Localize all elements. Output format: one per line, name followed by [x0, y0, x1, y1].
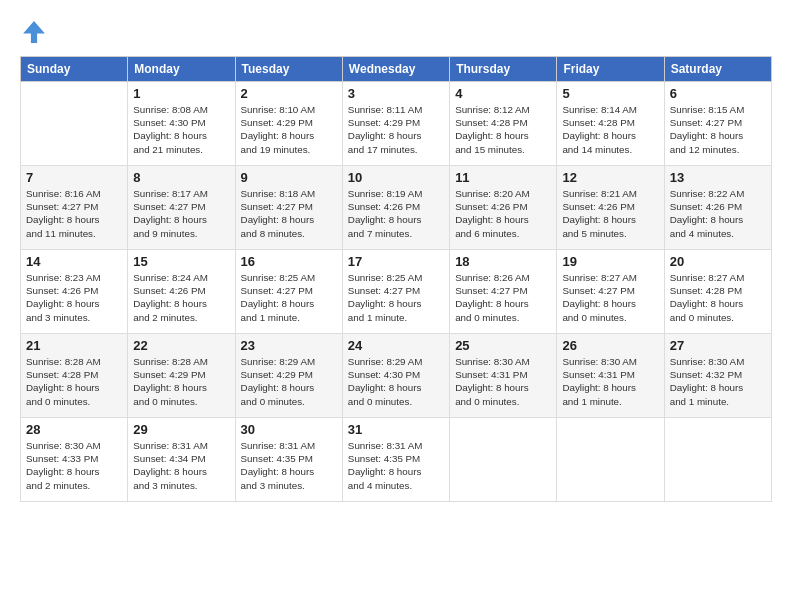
calendar-cell [664, 418, 771, 502]
svg-marker-0 [23, 21, 45, 43]
day-number: 1 [133, 86, 229, 101]
calendar-cell: 12Sunrise: 8:21 AM Sunset: 4:26 PM Dayli… [557, 166, 664, 250]
day-number: 6 [670, 86, 766, 101]
calendar-cell: 30Sunrise: 8:31 AM Sunset: 4:35 PM Dayli… [235, 418, 342, 502]
calendar-cell: 20Sunrise: 8:27 AM Sunset: 4:28 PM Dayli… [664, 250, 771, 334]
day-info: Sunrise: 8:30 AM Sunset: 4:33 PM Dayligh… [26, 439, 122, 492]
calendar-cell: 31Sunrise: 8:31 AM Sunset: 4:35 PM Dayli… [342, 418, 449, 502]
calendar-week-3: 14Sunrise: 8:23 AM Sunset: 4:26 PM Dayli… [21, 250, 772, 334]
weekday-header-thursday: Thursday [450, 57, 557, 82]
day-info: Sunrise: 8:24 AM Sunset: 4:26 PM Dayligh… [133, 271, 229, 324]
day-number: 4 [455, 86, 551, 101]
calendar-cell: 3Sunrise: 8:11 AM Sunset: 4:29 PM Daylig… [342, 82, 449, 166]
day-number: 13 [670, 170, 766, 185]
day-info: Sunrise: 8:29 AM Sunset: 4:29 PM Dayligh… [241, 355, 337, 408]
calendar-cell: 21Sunrise: 8:28 AM Sunset: 4:28 PM Dayli… [21, 334, 128, 418]
day-info: Sunrise: 8:27 AM Sunset: 4:27 PM Dayligh… [562, 271, 658, 324]
day-info: Sunrise: 8:15 AM Sunset: 4:27 PM Dayligh… [670, 103, 766, 156]
calendar-cell: 10Sunrise: 8:19 AM Sunset: 4:26 PM Dayli… [342, 166, 449, 250]
day-number: 29 [133, 422, 229, 437]
day-number: 22 [133, 338, 229, 353]
calendar-cell: 27Sunrise: 8:30 AM Sunset: 4:32 PM Dayli… [664, 334, 771, 418]
day-number: 27 [670, 338, 766, 353]
calendar-cell: 5Sunrise: 8:14 AM Sunset: 4:28 PM Daylig… [557, 82, 664, 166]
weekday-header-wednesday: Wednesday [342, 57, 449, 82]
weekday-row: SundayMondayTuesdayWednesdayThursdayFrid… [21, 57, 772, 82]
calendar-cell: 6Sunrise: 8:15 AM Sunset: 4:27 PM Daylig… [664, 82, 771, 166]
day-number: 7 [26, 170, 122, 185]
day-info: Sunrise: 8:12 AM Sunset: 4:28 PM Dayligh… [455, 103, 551, 156]
calendar-cell: 16Sunrise: 8:25 AM Sunset: 4:27 PM Dayli… [235, 250, 342, 334]
calendar-cell: 4Sunrise: 8:12 AM Sunset: 4:28 PM Daylig… [450, 82, 557, 166]
day-number: 8 [133, 170, 229, 185]
day-number: 14 [26, 254, 122, 269]
weekday-header-monday: Monday [128, 57, 235, 82]
calendar-cell [21, 82, 128, 166]
day-info: Sunrise: 8:30 AM Sunset: 4:31 PM Dayligh… [455, 355, 551, 408]
calendar-cell: 2Sunrise: 8:10 AM Sunset: 4:29 PM Daylig… [235, 82, 342, 166]
day-info: Sunrise: 8:08 AM Sunset: 4:30 PM Dayligh… [133, 103, 229, 156]
calendar-cell: 25Sunrise: 8:30 AM Sunset: 4:31 PM Dayli… [450, 334, 557, 418]
calendar-cell: 1Sunrise: 8:08 AM Sunset: 4:30 PM Daylig… [128, 82, 235, 166]
calendar-cell: 7Sunrise: 8:16 AM Sunset: 4:27 PM Daylig… [21, 166, 128, 250]
day-info: Sunrise: 8:26 AM Sunset: 4:27 PM Dayligh… [455, 271, 551, 324]
day-info: Sunrise: 8:20 AM Sunset: 4:26 PM Dayligh… [455, 187, 551, 240]
day-number: 31 [348, 422, 444, 437]
weekday-header-friday: Friday [557, 57, 664, 82]
calendar-cell: 24Sunrise: 8:29 AM Sunset: 4:30 PM Dayli… [342, 334, 449, 418]
day-number: 24 [348, 338, 444, 353]
calendar-cell: 19Sunrise: 8:27 AM Sunset: 4:27 PM Dayli… [557, 250, 664, 334]
calendar-table: SundayMondayTuesdayWednesdayThursdayFrid… [20, 56, 772, 502]
day-number: 10 [348, 170, 444, 185]
calendar-cell: 14Sunrise: 8:23 AM Sunset: 4:26 PM Dayli… [21, 250, 128, 334]
day-info: Sunrise: 8:11 AM Sunset: 4:29 PM Dayligh… [348, 103, 444, 156]
day-info: Sunrise: 8:17 AM Sunset: 4:27 PM Dayligh… [133, 187, 229, 240]
day-number: 19 [562, 254, 658, 269]
calendar-cell: 28Sunrise: 8:30 AM Sunset: 4:33 PM Dayli… [21, 418, 128, 502]
day-info: Sunrise: 8:27 AM Sunset: 4:28 PM Dayligh… [670, 271, 766, 324]
page: SundayMondayTuesdayWednesdayThursdayFrid… [0, 0, 792, 612]
calendar-cell: 9Sunrise: 8:18 AM Sunset: 4:27 PM Daylig… [235, 166, 342, 250]
day-number: 30 [241, 422, 337, 437]
day-info: Sunrise: 8:16 AM Sunset: 4:27 PM Dayligh… [26, 187, 122, 240]
weekday-header-tuesday: Tuesday [235, 57, 342, 82]
calendar-cell [557, 418, 664, 502]
calendar-cell: 8Sunrise: 8:17 AM Sunset: 4:27 PM Daylig… [128, 166, 235, 250]
weekday-header-saturday: Saturday [664, 57, 771, 82]
logo-icon [20, 18, 48, 46]
calendar-week-4: 21Sunrise: 8:28 AM Sunset: 4:28 PM Dayli… [21, 334, 772, 418]
day-number: 23 [241, 338, 337, 353]
day-number: 17 [348, 254, 444, 269]
calendar-body: 1Sunrise: 8:08 AM Sunset: 4:30 PM Daylig… [21, 82, 772, 502]
calendar-cell: 13Sunrise: 8:22 AM Sunset: 4:26 PM Dayli… [664, 166, 771, 250]
day-info: Sunrise: 8:29 AM Sunset: 4:30 PM Dayligh… [348, 355, 444, 408]
day-info: Sunrise: 8:30 AM Sunset: 4:32 PM Dayligh… [670, 355, 766, 408]
day-info: Sunrise: 8:10 AM Sunset: 4:29 PM Dayligh… [241, 103, 337, 156]
day-number: 16 [241, 254, 337, 269]
day-info: Sunrise: 8:30 AM Sunset: 4:31 PM Dayligh… [562, 355, 658, 408]
day-info: Sunrise: 8:28 AM Sunset: 4:28 PM Dayligh… [26, 355, 122, 408]
day-number: 5 [562, 86, 658, 101]
day-number: 2 [241, 86, 337, 101]
day-info: Sunrise: 8:28 AM Sunset: 4:29 PM Dayligh… [133, 355, 229, 408]
day-info: Sunrise: 8:23 AM Sunset: 4:26 PM Dayligh… [26, 271, 122, 324]
day-info: Sunrise: 8:31 AM Sunset: 4:35 PM Dayligh… [348, 439, 444, 492]
day-info: Sunrise: 8:21 AM Sunset: 4:26 PM Dayligh… [562, 187, 658, 240]
day-info: Sunrise: 8:31 AM Sunset: 4:34 PM Dayligh… [133, 439, 229, 492]
weekday-header-sunday: Sunday [21, 57, 128, 82]
calendar-cell: 22Sunrise: 8:28 AM Sunset: 4:29 PM Dayli… [128, 334, 235, 418]
calendar-header: SundayMondayTuesdayWednesdayThursdayFrid… [21, 57, 772, 82]
day-number: 15 [133, 254, 229, 269]
calendar-cell: 26Sunrise: 8:30 AM Sunset: 4:31 PM Dayli… [557, 334, 664, 418]
day-number: 21 [26, 338, 122, 353]
day-info: Sunrise: 8:25 AM Sunset: 4:27 PM Dayligh… [348, 271, 444, 324]
day-number: 12 [562, 170, 658, 185]
logo [20, 18, 52, 46]
day-info: Sunrise: 8:19 AM Sunset: 4:26 PM Dayligh… [348, 187, 444, 240]
day-number: 18 [455, 254, 551, 269]
day-number: 26 [562, 338, 658, 353]
day-info: Sunrise: 8:22 AM Sunset: 4:26 PM Dayligh… [670, 187, 766, 240]
day-number: 3 [348, 86, 444, 101]
day-number: 11 [455, 170, 551, 185]
calendar-week-1: 1Sunrise: 8:08 AM Sunset: 4:30 PM Daylig… [21, 82, 772, 166]
